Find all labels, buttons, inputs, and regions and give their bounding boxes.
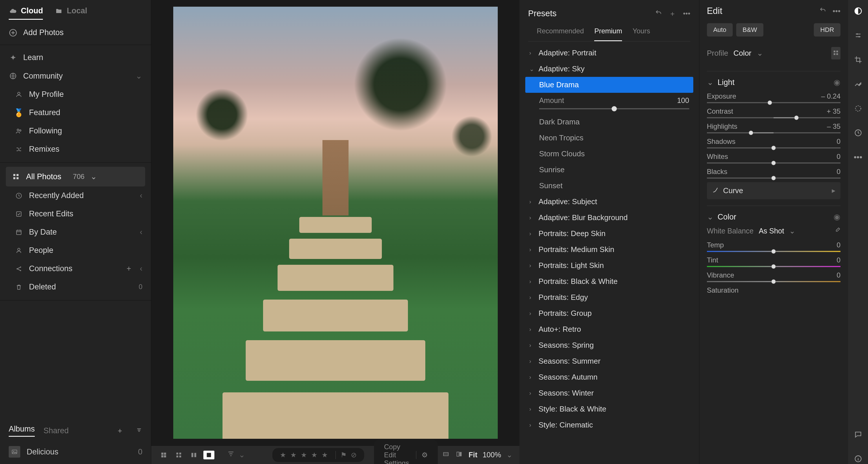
sort-icon[interactable]	[136, 426, 142, 435]
preset-item[interactable]: Neon Tropics	[525, 130, 693, 146]
nav-deleted[interactable]: Deleted 0	[0, 278, 151, 296]
preset-item[interactable]: Sunrise	[525, 162, 693, 178]
profile-row[interactable]: Profile Color ⌄	[707, 47, 840, 59]
nav-connections[interactable]: Connections + ‹	[0, 260, 151, 278]
rating-filter[interactable]: ★ ★ ★ ★ ★ ⚑ ⊘	[272, 448, 364, 462]
healing-icon[interactable]	[853, 79, 863, 89]
nav-featured[interactable]: 🏅 Featured	[0, 104, 151, 122]
view-detail-icon[interactable]	[204, 451, 214, 459]
nav-following[interactable]: Following	[0, 122, 151, 140]
comment-icon[interactable]	[853, 429, 863, 440]
preset-group[interactable]: ›Portraits: Medium Skin	[525, 241, 693, 258]
undo-icon[interactable]	[655, 9, 662, 18]
whites-slider[interactable]	[707, 163, 840, 164]
more-icon[interactable]: •••	[853, 152, 863, 163]
star-icon[interactable]: ★	[301, 451, 307, 459]
preset-group[interactable]: ›Portraits: Deep Skin	[525, 226, 693, 241]
white-balance-row[interactable]: White Balance As Shot ⌄	[707, 227, 840, 235]
nav-remixes[interactable]: Remixes	[0, 140, 151, 158]
color-header[interactable]: ⌄ Color ◉	[707, 212, 840, 222]
eye-icon[interactable]: ◉	[834, 212, 840, 222]
light-header[interactable]: ⌄ Light ◉	[707, 78, 840, 87]
copy-edit-settings-button[interactable]: Copy Edit Settings ⚙	[374, 439, 438, 464]
versions-icon[interactable]	[853, 127, 863, 138]
nav-community[interactable]: Community ⌄	[0, 67, 151, 85]
zoom-fit-label[interactable]: Fit	[468, 451, 477, 459]
preset-group[interactable]: ›Auto+: Retro	[525, 321, 693, 337]
tab-cloud[interactable]: Cloud	[9, 6, 43, 20]
nav-learn[interactable]: ✦ Learn	[0, 49, 151, 67]
preset-blue-drama[interactable]: Blue Drama	[525, 77, 693, 93]
auto-button[interactable]: Auto	[707, 23, 733, 36]
chevron-down-icon[interactable]: ⌄	[506, 451, 513, 459]
tab-shared[interactable]: Shared	[43, 426, 69, 435]
exposure-slider[interactable]	[707, 102, 840, 103]
tab-local[interactable]: Local	[55, 6, 87, 16]
preset-group[interactable]: ›Portraits: Light Skin	[525, 258, 693, 273]
vibrance-slider[interactable]	[707, 281, 840, 282]
add-album-icon[interactable]: +	[118, 426, 122, 435]
preset-group[interactable]: ›Seasons: Summer	[525, 353, 693, 369]
star-icon[interactable]: ★	[280, 451, 286, 459]
sliders-icon[interactable]	[853, 30, 863, 40]
filmstrip-icon[interactable]	[442, 451, 450, 459]
star-icon[interactable]: ★	[311, 451, 317, 459]
preset-group[interactable]: ›Seasons: Spring	[525, 337, 693, 353]
undo-icon[interactable]	[819, 7, 826, 16]
preset-group[interactable]: ›Portraits: Black & White	[525, 273, 693, 289]
more-icon[interactable]: •••	[683, 9, 690, 18]
preset-item[interactable]: Storm Clouds	[525, 146, 693, 162]
album-item[interactable]: Delicious 0	[0, 440, 151, 464]
blacks-slider[interactable]	[707, 177, 840, 179]
plus-icon[interactable]: +	[127, 264, 131, 273]
preset-tab-recommended[interactable]: Recommended	[537, 27, 584, 41]
preset-group[interactable]: ›Portraits: Group	[525, 306, 693, 321]
nav-people[interactable]: People	[0, 241, 151, 260]
nav-recently-added[interactable]: Recently Added ‹	[0, 186, 151, 205]
nav-my-profile[interactable]: My Profile	[0, 85, 151, 104]
view-grid-icon[interactable]	[158, 451, 169, 459]
preset-group[interactable]: ›Style: Black & White	[525, 401, 693, 417]
masking-icon[interactable]	[853, 103, 863, 114]
view-compare-icon[interactable]	[188, 451, 199, 459]
bw-button[interactable]: B&W	[736, 23, 764, 36]
preset-group[interactable]: ›Adaptive: Subject	[525, 194, 693, 210]
add-photos-button[interactable]: Add Photos	[0, 21, 151, 45]
nav-recent-edits[interactable]: Recent Edits	[0, 205, 151, 223]
preset-item[interactable]: Dark Drama	[525, 114, 693, 130]
preset-group[interactable]: ⌄Adaptive: Sky	[525, 61, 693, 77]
eyedropper-icon[interactable]	[834, 227, 840, 235]
preset-group[interactable]: ›Seasons: Winter	[525, 385, 693, 401]
amount-slider[interactable]	[539, 108, 689, 109]
preset-group[interactable]: ›Adaptive: Blur Background	[525, 210, 693, 226]
before-after-icon[interactable]	[455, 451, 463, 459]
tab-albums[interactable]: Albums	[9, 425, 35, 437]
preset-item[interactable]: Sunset	[525, 178, 693, 194]
plus-icon[interactable]: ＋	[669, 9, 676, 18]
chevron-down-icon[interactable]: ⌄	[239, 451, 245, 459]
reject-icon[interactable]: ⊘	[351, 451, 356, 459]
nav-by-date[interactable]: By Date ‹	[0, 223, 151, 241]
view-square-icon[interactable]	[173, 451, 184, 459]
temp-slider[interactable]	[707, 251, 840, 252]
flag-icon[interactable]: ⚑	[336, 451, 347, 459]
contrast-slider[interactable]	[707, 117, 840, 118]
more-icon[interactable]: •••	[833, 7, 840, 16]
edit-tool-icon[interactable]	[853, 6, 863, 16]
preset-group[interactable]: ›Portraits: Edgy	[525, 289, 693, 306]
filter-icon[interactable]	[227, 450, 235, 460]
preset-group[interactable]: ›Seasons: Autumn	[525, 369, 693, 385]
zoom-level[interactable]: 100%	[483, 451, 501, 459]
star-icon[interactable]: ★	[321, 451, 328, 459]
preset-tab-premium[interactable]: Premium	[594, 27, 622, 41]
gear-icon[interactable]: ⚙	[416, 451, 428, 459]
hdr-button[interactable]: HDR	[814, 23, 840, 36]
shadows-slider[interactable]	[707, 147, 840, 148]
preset-group[interactable]: ›Style: Cinematic	[525, 417, 693, 433]
nav-all-photos[interactable]: All Photos 706 ⌄	[6, 167, 145, 186]
star-icon[interactable]: ★	[290, 451, 297, 459]
profile-browser-icon[interactable]	[831, 47, 840, 59]
tint-slider[interactable]	[707, 266, 840, 267]
crop-icon[interactable]	[853, 55, 863, 65]
highlights-slider[interactable]	[707, 132, 840, 134]
